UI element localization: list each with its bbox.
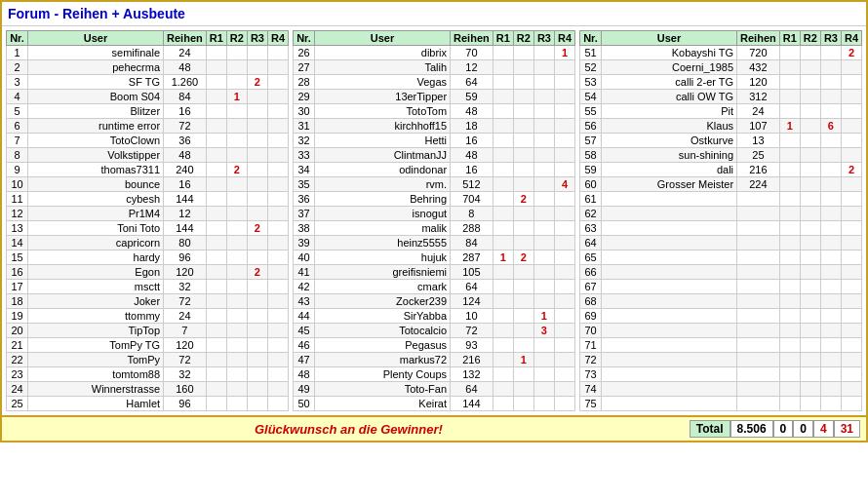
cell-r3: [247, 367, 267, 382]
cell-reihen: 12: [164, 207, 207, 221]
cell-user: Hetti: [315, 134, 451, 148]
cell-r3: [533, 75, 554, 90]
cell-reihen: 287: [451, 250, 493, 265]
cell-r2: [226, 46, 247, 60]
cell-nr: 19: [7, 309, 28, 324]
cell-r3: [533, 148, 554, 163]
table-section-3: Nr. User Reihen R1 R2 R3 R4 51Kobayshi T…: [579, 30, 862, 411]
cell-r3: [247, 163, 267, 177]
table-row: 32Hetti16: [294, 134, 575, 148]
cell-nr: 10: [7, 177, 28, 192]
cell-user: SirYabba: [315, 309, 451, 324]
cell-r3: [820, 353, 841, 367]
cell-r3: [820, 163, 841, 177]
cell-user: calli OW TG: [602, 90, 737, 104]
table-row: 64: [580, 236, 862, 250]
cell-nr: 71: [580, 338, 602, 353]
cell-nr: 16: [7, 265, 28, 280]
cell-r3: [247, 280, 267, 294]
cell-nr: 70: [580, 324, 602, 338]
table-row: 56Klaus10716: [580, 119, 862, 134]
cell-reihen: [737, 338, 780, 353]
cell-user: 13erTipper: [315, 90, 451, 104]
cell-user: [602, 382, 737, 397]
cell-nr: 32: [294, 134, 315, 148]
cell-user: Kobayshi TG: [602, 46, 737, 60]
cell-r4: [554, 60, 574, 75]
cell-user: [602, 192, 737, 207]
cell-r2: [800, 309, 820, 324]
cell-r4: [554, 280, 574, 294]
cell-r3: [247, 382, 267, 397]
cell-r3: [533, 367, 554, 382]
cell-reihen: [737, 324, 780, 338]
cell-r3: [533, 397, 554, 411]
table-row: 14capricorn80: [7, 236, 289, 250]
cell-r1: [206, 60, 226, 75]
cell-r4: [554, 221, 574, 236]
cell-r1: [206, 338, 226, 353]
cell-r3: [533, 280, 554, 294]
cell-user: greifisniemi: [315, 265, 451, 280]
table-row: 69: [580, 309, 862, 324]
cell-r1: [779, 280, 800, 294]
cell-r1: [493, 163, 513, 177]
cell-r2: [800, 90, 820, 104]
cell-r3: [533, 177, 554, 192]
cell-r2: [800, 75, 820, 90]
cell-r3: [247, 46, 267, 60]
cell-r1: [206, 104, 226, 119]
cell-r3: [820, 236, 841, 250]
cell-user: hardy: [28, 250, 164, 265]
cell-reihen: [737, 236, 780, 250]
cell-r2: [226, 309, 247, 324]
cell-user: ClintmanJJ: [315, 148, 451, 163]
table-row: 75: [580, 397, 862, 411]
cell-nr: 36: [294, 192, 315, 207]
cell-r1: [493, 148, 513, 163]
cell-r3: [820, 221, 841, 236]
cell-nr: 47: [294, 353, 315, 367]
cell-r1: [779, 397, 800, 411]
cell-r4: [841, 192, 861, 207]
cell-r1: [206, 221, 226, 236]
table-row: 50Keirat144: [294, 397, 575, 411]
cell-r2: [800, 46, 820, 60]
table-row: 4Boom S04841: [7, 90, 289, 104]
cell-nr: 48: [294, 367, 315, 382]
cell-nr: 39: [294, 236, 315, 250]
cell-r3: [533, 119, 554, 134]
cell-nr: 66: [580, 265, 602, 280]
cell-r3: [533, 60, 554, 75]
cell-user: dali: [602, 163, 737, 177]
cell-user: Grosser Meister: [602, 177, 737, 192]
cell-user: tomtom88: [28, 367, 164, 382]
cell-user: cmark: [315, 280, 451, 294]
cell-r2: [226, 119, 247, 134]
table-row: 16Egon1202: [7, 265, 289, 280]
cell-user: [602, 250, 737, 265]
cell-r4: [841, 294, 861, 309]
cell-r2: [800, 177, 820, 192]
cell-r1: [779, 192, 800, 207]
cell-user: Winnerstrasse: [28, 382, 164, 397]
cell-r1: [493, 119, 513, 134]
cell-r1: [206, 163, 226, 177]
cell-nr: 69: [580, 309, 602, 324]
cell-r4: [841, 119, 861, 134]
cell-r3: [820, 60, 841, 75]
cell-reihen: 13: [737, 134, 780, 148]
cell-r1: [493, 338, 513, 353]
cell-reihen: [737, 250, 780, 265]
table-row: 47markus722161: [294, 353, 575, 367]
cell-nr: 42: [294, 280, 315, 294]
col-header-user-1: User: [28, 31, 164, 46]
cell-user: Boom S04: [28, 90, 164, 104]
cell-reihen: 120: [164, 338, 207, 353]
cell-r2: 1: [513, 353, 533, 367]
table-row: 11cybesh144: [7, 192, 289, 207]
cell-user: markus72: [315, 353, 451, 367]
cell-r3: [247, 104, 267, 119]
table-row: 68: [580, 294, 862, 309]
cell-nr: 6: [7, 119, 28, 134]
